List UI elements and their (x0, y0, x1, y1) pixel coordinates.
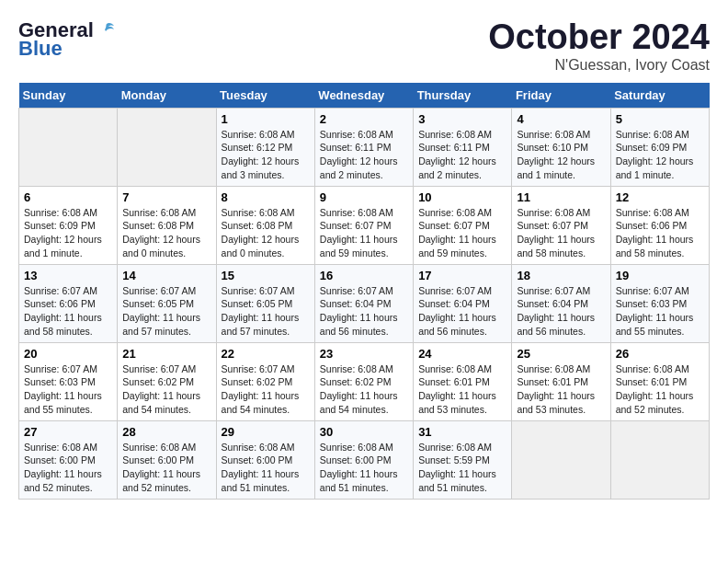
day-info: Sunrise: 6:08 AM Sunset: 6:08 PM Dayligh… (222, 206, 310, 260)
day-number: 12 (616, 190, 704, 204)
location-subtitle: N'Guessan, Ivory Coast (488, 57, 710, 74)
calendar-cell (610, 420, 709, 499)
title-section: October 2024 N'Guessan, Ivory Coast (488, 18, 710, 74)
calendar-cell: 16Sunrise: 6:07 AM Sunset: 6:04 PM Dayli… (314, 264, 413, 342)
calendar-cell (118, 108, 216, 186)
day-info: Sunrise: 6:08 AM Sunset: 6:08 PM Dayligh… (122, 206, 210, 260)
calendar-cell: 30Sunrise: 6:08 AM Sunset: 6:00 PM Dayli… (314, 420, 413, 499)
calendar-cell: 2Sunrise: 6:08 AM Sunset: 6:11 PM Daylig… (314, 108, 413, 186)
calendar-cell: 13Sunrise: 6:07 AM Sunset: 6:06 PM Dayli… (19, 264, 118, 342)
calendar-cell: 3Sunrise: 6:08 AM Sunset: 6:11 PM Daylig… (414, 108, 512, 186)
day-number: 9 (320, 190, 408, 204)
calendar-body: 1Sunrise: 6:08 AM Sunset: 6:12 PM Daylig… (19, 108, 710, 499)
day-info: Sunrise: 6:08 AM Sunset: 6:01 PM Dayligh… (418, 362, 506, 417)
calendar-cell: 12Sunrise: 6:08 AM Sunset: 6:06 PM Dayli… (610, 186, 709, 264)
calendar-cell: 20Sunrise: 6:07 AM Sunset: 6:03 PM Dayli… (19, 342, 118, 420)
day-info: Sunrise: 6:08 AM Sunset: 6:01 PM Dayligh… (616, 362, 704, 417)
calendar-cell: 19Sunrise: 6:07 AM Sunset: 6:03 PM Dayli… (610, 264, 709, 342)
calendar-cell: 17Sunrise: 6:07 AM Sunset: 6:04 PM Dayli… (414, 264, 512, 342)
day-info: Sunrise: 6:08 AM Sunset: 6:07 PM Dayligh… (418, 206, 506, 260)
weekday-header-thursday: Thursday (414, 83, 512, 109)
day-info: Sunrise: 6:08 AM Sunset: 6:07 PM Dayligh… (517, 206, 605, 260)
day-number: 18 (517, 269, 605, 282)
calendar-week-5: 27Sunrise: 6:08 AM Sunset: 6:00 PM Dayli… (19, 420, 710, 499)
day-number: 25 (517, 347, 605, 361)
day-info: Sunrise: 6:08 AM Sunset: 6:02 PM Dayligh… (320, 362, 408, 417)
calendar-cell: 10Sunrise: 6:08 AM Sunset: 6:07 PM Dayli… (414, 186, 512, 264)
day-number: 30 (320, 425, 408, 439)
day-number: 23 (320, 347, 408, 361)
weekday-header-wednesday: Wednesday (314, 83, 413, 109)
day-number: 7 (122, 190, 210, 204)
day-number: 8 (222, 190, 310, 204)
day-info: Sunrise: 6:08 AM Sunset: 5:59 PM Dayligh… (418, 441, 506, 495)
day-number: 2 (320, 112, 408, 126)
day-number: 20 (24, 347, 112, 361)
day-info: Sunrise: 6:08 AM Sunset: 6:09 PM Dayligh… (24, 206, 112, 260)
day-info: Sunrise: 6:07 AM Sunset: 6:03 PM Dayligh… (616, 284, 704, 339)
day-info: Sunrise: 6:08 AM Sunset: 6:07 PM Dayligh… (320, 206, 408, 260)
calendar-cell: 24Sunrise: 6:08 AM Sunset: 6:01 PM Dayli… (414, 342, 512, 420)
weekday-header-monday: Monday (118, 83, 216, 109)
page-header: General Blue October 2024 N'Guessan, Ivo… (18, 18, 710, 74)
logo-bird-icon (96, 20, 116, 40)
weekday-header-friday: Friday (512, 83, 610, 109)
day-number: 24 (418, 347, 506, 361)
day-info: Sunrise: 6:08 AM Sunset: 6:12 PM Dayligh… (222, 128, 310, 182)
logo: General Blue (18, 18, 116, 61)
calendar-table: SundayMondayTuesdayWednesdayThursdayFrid… (18, 83, 710, 500)
calendar-week-4: 20Sunrise: 6:07 AM Sunset: 6:03 PM Dayli… (19, 342, 710, 420)
weekday-header-tuesday: Tuesday (216, 83, 314, 109)
day-number: 1 (222, 112, 310, 126)
calendar-week-1: 1Sunrise: 6:08 AM Sunset: 6:12 PM Daylig… (19, 108, 710, 186)
day-number: 14 (122, 269, 210, 282)
day-number: 10 (418, 190, 506, 204)
weekday-header-sunday: Sunday (19, 83, 118, 109)
calendar-cell: 18Sunrise: 6:07 AM Sunset: 6:04 PM Dayli… (512, 264, 610, 342)
day-number: 27 (24, 425, 112, 439)
day-number: 31 (418, 425, 506, 439)
day-number: 26 (616, 347, 704, 361)
day-number: 19 (616, 269, 704, 282)
day-info: Sunrise: 6:08 AM Sunset: 6:10 PM Dayligh… (517, 128, 605, 182)
calendar-cell: 28Sunrise: 6:08 AM Sunset: 6:00 PM Dayli… (118, 420, 216, 499)
day-number: 6 (24, 190, 112, 204)
day-number: 4 (517, 112, 605, 126)
calendar-cell: 11Sunrise: 6:08 AM Sunset: 6:07 PM Dayli… (512, 186, 610, 264)
weekday-row: SundayMondayTuesdayWednesdayThursdayFrid… (19, 83, 710, 109)
calendar-cell: 26Sunrise: 6:08 AM Sunset: 6:01 PM Dayli… (610, 342, 709, 420)
day-info: Sunrise: 6:08 AM Sunset: 6:00 PM Dayligh… (24, 441, 112, 495)
calendar-header: SundayMondayTuesdayWednesdayThursdayFrid… (19, 83, 710, 109)
day-info: Sunrise: 6:07 AM Sunset: 6:04 PM Dayligh… (418, 284, 506, 339)
calendar-cell: 31Sunrise: 6:08 AM Sunset: 5:59 PM Dayli… (414, 420, 512, 499)
calendar-cell: 15Sunrise: 6:07 AM Sunset: 6:05 PM Dayli… (216, 264, 314, 342)
day-number: 22 (222, 347, 310, 361)
day-number: 17 (418, 269, 506, 282)
calendar-cell: 23Sunrise: 6:08 AM Sunset: 6:02 PM Dayli… (314, 342, 413, 420)
calendar-cell (512, 420, 610, 499)
calendar-cell: 14Sunrise: 6:07 AM Sunset: 6:05 PM Dayli… (118, 264, 216, 342)
day-info: Sunrise: 6:07 AM Sunset: 6:02 PM Dayligh… (222, 362, 310, 417)
day-number: 28 (122, 425, 210, 439)
day-info: Sunrise: 6:08 AM Sunset: 6:09 PM Dayligh… (616, 128, 704, 182)
calendar-cell: 4Sunrise: 6:08 AM Sunset: 6:10 PM Daylig… (512, 108, 610, 186)
day-number: 5 (616, 112, 704, 126)
calendar-cell: 27Sunrise: 6:08 AM Sunset: 6:00 PM Dayli… (19, 420, 118, 499)
calendar-cell: 7Sunrise: 6:08 AM Sunset: 6:08 PM Daylig… (118, 186, 216, 264)
day-info: Sunrise: 6:08 AM Sunset: 6:00 PM Dayligh… (320, 441, 408, 495)
calendar-week-2: 6Sunrise: 6:08 AM Sunset: 6:09 PM Daylig… (19, 186, 710, 264)
day-info: Sunrise: 6:07 AM Sunset: 6:04 PM Dayligh… (517, 284, 605, 339)
calendar-week-3: 13Sunrise: 6:07 AM Sunset: 6:06 PM Dayli… (19, 264, 710, 342)
day-info: Sunrise: 6:08 AM Sunset: 6:06 PM Dayligh… (616, 206, 704, 260)
calendar-cell: 9Sunrise: 6:08 AM Sunset: 6:07 PM Daylig… (314, 186, 413, 264)
calendar-cell: 8Sunrise: 6:08 AM Sunset: 6:08 PM Daylig… (216, 186, 314, 264)
day-info: Sunrise: 6:07 AM Sunset: 6:04 PM Dayligh… (320, 284, 408, 339)
day-number: 29 (222, 425, 310, 439)
day-info: Sunrise: 6:08 AM Sunset: 6:00 PM Dayligh… (222, 441, 310, 495)
day-info: Sunrise: 6:08 AM Sunset: 6:01 PM Dayligh… (517, 362, 605, 417)
day-number: 13 (24, 269, 112, 282)
weekday-header-saturday: Saturday (610, 83, 709, 109)
calendar-cell: 5Sunrise: 6:08 AM Sunset: 6:09 PM Daylig… (610, 108, 709, 186)
day-info: Sunrise: 6:08 AM Sunset: 6:00 PM Dayligh… (122, 441, 210, 495)
month-title: October 2024 (488, 18, 710, 57)
